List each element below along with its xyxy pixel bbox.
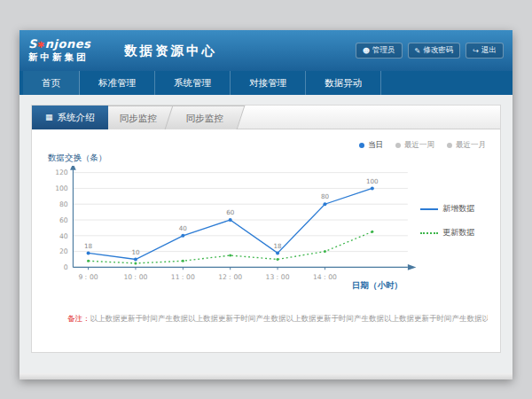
tab-label: 同步监控 [119, 106, 156, 130]
logout-label: 退出 [481, 45, 497, 56]
legend-label: 新增数据 [442, 203, 474, 215]
logo-company: 新中新集团 [28, 52, 110, 63]
dotted-line-sample-icon [420, 232, 438, 234]
svg-text:12：00: 12：00 [218, 273, 242, 281]
svg-text:40: 40 [59, 232, 68, 240]
remark-text: 以上数据更新于时间产生数据以上数据更新于时间产生数据以上数据更新于时间产生数据以… [90, 314, 489, 323]
content-area: ▦ 系统介绍 同步监控 同步监控 当日 [20, 95, 512, 379]
line-chart: 0204060801001209：0010：0011：0012：0013：001… [44, 166, 420, 293]
logout-icon: ↪ [473, 47, 479, 55]
tab-system-intro[interactable]: ▦ 系统介绍 [32, 106, 108, 129]
filter-last-week[interactable]: 最近一周 [395, 140, 434, 151]
remark-prefix: 备注： [67, 314, 90, 323]
line-sample-icon [420, 208, 438, 210]
nav-item-data-change[interactable]: 数据异动 [306, 71, 381, 95]
svg-text:20: 20 [59, 247, 68, 255]
svg-text:100: 100 [366, 177, 379, 185]
filter-label: 最近一月 [456, 140, 486, 151]
series-legend: 新增数据 更新数据 [420, 166, 488, 293]
main-card: ▦ 系统介绍 同步监控 同步监控 当日 [31, 105, 501, 353]
y-axis-title: 数据交换（条） [48, 153, 488, 164]
admin-user-button[interactable]: ☻ 管理员 [356, 43, 403, 59]
svg-text:80: 80 [59, 200, 68, 208]
filter-today[interactable]: 当日 [359, 140, 383, 151]
svg-text:18: 18 [84, 242, 93, 250]
svg-text:80: 80 [321, 193, 330, 201]
key-icon: ✎ [415, 47, 421, 55]
tab-bar: ▦ 系统介绍 同步监控 同步监控 [32, 106, 500, 129]
radio-dot-icon [395, 143, 401, 148]
legend-item-new-data[interactable]: 新增数据 [420, 203, 488, 215]
legend-item-updated-data[interactable]: 更新数据 [420, 227, 488, 239]
nav-item-integration[interactable]: 对接管理 [231, 71, 306, 95]
svg-text:10：00: 10：00 [123, 273, 147, 281]
browser-page: S✱njones 新中新集团 数据资源中心 ☻ 管理员 ✎ 修改密码 ↪ 退出 … [20, 30, 512, 379]
legend-label: 更新数据 [442, 227, 474, 239]
chart-panel: 当日 最近一周 最近一月 数据交换（条） 0204060801001209：00… [32, 129, 500, 325]
svg-text:10: 10 [131, 248, 140, 256]
grid-icon: ▦ [45, 106, 53, 129]
logo-star-icon: ✱ [37, 40, 45, 50]
svg-text:40: 40 [179, 224, 188, 232]
x-axis-title: 日期（小时） [352, 280, 403, 292]
page-title: 数据资源中心 [124, 43, 217, 59]
nav-item-standards[interactable]: 标准管理 [80, 71, 155, 95]
logout-button[interactable]: ↪ 退出 [466, 43, 504, 59]
tab-label: 系统介绍 [58, 106, 95, 129]
svg-text:18: 18 [274, 242, 283, 250]
tab-label: 同步监控 [185, 106, 223, 130]
tab-sync-monitor-2[interactable]: 同步监控 [164, 106, 245, 129]
admin-user-label: 管理员 [372, 45, 395, 56]
header-actions: ☻ 管理员 ✎ 修改密码 ↪ 退出 [356, 43, 504, 59]
svg-text:60: 60 [226, 208, 235, 216]
svg-text:0: 0 [64, 263, 68, 271]
logo-text: S [28, 37, 37, 51]
time-range-filters: 当日 最近一周 最近一月 [359, 140, 486, 151]
user-icon: ☻ [363, 47, 370, 55]
filter-label: 当日 [368, 140, 383, 151]
page-footer [20, 373, 512, 379]
filter-label: 最近一周 [404, 140, 434, 151]
radio-dot-icon [359, 143, 364, 148]
radio-dot-icon [447, 143, 452, 148]
svg-text:11：00: 11：00 [171, 273, 195, 281]
change-password-button[interactable]: ✎ 修改密码 [408, 43, 461, 59]
nav-item-system[interactable]: 系统管理 [155, 71, 231, 95]
change-password-label: 修改密码 [423, 45, 453, 56]
logo-text: njones [45, 37, 90, 51]
svg-text:60: 60 [59, 216, 68, 224]
main-nav: 首页 标准管理 系统管理 对接管理 数据异动 [20, 71, 512, 95]
svg-text:13：00: 13：00 [266, 273, 290, 281]
chart-area: 0204060801001209：0010：0011：0012：0013：001… [44, 166, 488, 293]
logo: S✱njones 新中新集团 [28, 38, 110, 63]
svg-text:100: 100 [55, 184, 68, 192]
nav-item-home[interactable]: 首页 [23, 71, 80, 95]
svg-text:9：00: 9：00 [78, 273, 98, 281]
remark-note: 备注：以上数据更新于时间产生数据以上数据更新于时间产生数据以上数据更新于时间产生… [44, 314, 488, 325]
app-header: S✱njones 新中新集团 数据资源中心 ☻ 管理员 ✎ 修改密码 ↪ 退出 [20, 30, 512, 71]
filter-last-month[interactable]: 最近一月 [447, 140, 486, 151]
logo-brand: S✱njones [28, 38, 110, 51]
svg-text:14：00: 14：00 [313, 273, 337, 281]
svg-text:120: 120 [55, 168, 68, 176]
